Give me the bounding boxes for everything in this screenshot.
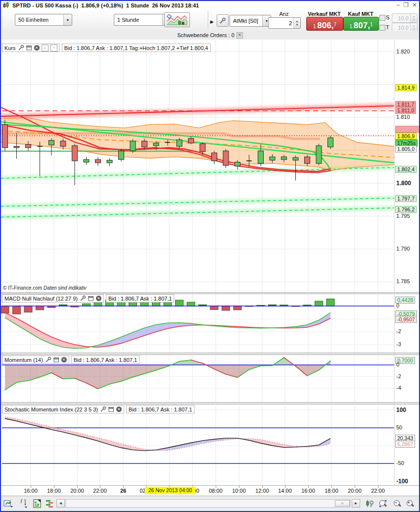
zoom-fit-icon[interactable] xyxy=(377,499,388,509)
target-label: T xyxy=(386,24,389,30)
sell-price-prefix: 1. xyxy=(313,23,317,30)
kurs-panel-title: Kurs xyxy=(4,45,16,51)
close-icon[interactable]: ✕ xyxy=(116,407,122,412)
buy-price: 807, xyxy=(354,21,370,30)
export-chart-icon[interactable] xyxy=(3,499,14,509)
scrollbar-thumb[interactable]: ≡ xyxy=(335,500,350,507)
buy-market-button[interactable]: 1.807,1 xyxy=(343,17,379,31)
axis-tick-label: 0 xyxy=(396,303,399,308)
order-type-value: AtMkt [S0] xyxy=(230,18,262,24)
sell-price: 806, xyxy=(317,21,333,30)
stoch-bid-ask: Bid : 1.806,7 Ask : 1.807,1 xyxy=(129,407,192,412)
macd-bar xyxy=(222,306,230,310)
candle-up xyxy=(153,143,159,146)
candle-up xyxy=(107,160,112,162)
candle-down xyxy=(305,157,310,163)
close-icon[interactable]: ✕ xyxy=(61,357,67,362)
qty-value: 2 xyxy=(269,20,293,26)
candle-up xyxy=(130,141,136,151)
copyright-text: © IT-Finance.com Daten sind indikativ xyxy=(3,285,87,291)
candle-down xyxy=(188,139,194,143)
candle-down xyxy=(26,145,31,148)
axis-tick-label: 100 xyxy=(396,407,406,413)
wrench-icon[interactable] xyxy=(80,295,86,302)
orderbook-icon[interactable] xyxy=(45,499,55,509)
wrench-icon[interactable] xyxy=(100,406,106,412)
chart-canvas[interactable] xyxy=(1,40,419,495)
minimize-icon[interactable]: – xyxy=(396,1,400,8)
pending-orders-bar: Schwebende Orders : 0 ✕ xyxy=(1,31,419,40)
stop-checkbox[interactable] xyxy=(379,15,385,21)
units-select-value: 50 Einheiten xyxy=(15,17,63,23)
units-select[interactable]: 50 Einheiten ▼ xyxy=(15,14,72,26)
chevron-down-icon[interactable]: ▼ xyxy=(63,14,72,25)
zoom-out-icon[interactable]: − xyxy=(392,499,403,509)
maximize-icon[interactable]: ❐ xyxy=(403,1,409,8)
axis-tick-label: 0 xyxy=(396,361,399,367)
time-axis: 16:0018:0020:0022:002602:0004:0006:0008:… xyxy=(1,485,419,496)
sell-arrow-icon[interactable]: ↓ xyxy=(42,45,48,51)
momentum-bid-ask: Bid : 1.806,7 Ask : 1.807,1 xyxy=(74,357,137,363)
scroll-right-button[interactable]: ► xyxy=(352,499,360,508)
macd-bar xyxy=(83,304,91,306)
macd-bar xyxy=(13,306,21,314)
sell-market-button[interactable]: 1.806,7 xyxy=(306,17,343,31)
target-checkbox[interactable] xyxy=(379,25,385,31)
panel-separator[interactable] xyxy=(1,402,419,405)
report-icon[interactable] xyxy=(32,499,43,509)
close-icon[interactable]: ✕ xyxy=(236,32,243,39)
timeframe-select-value: 1 Stunde xyxy=(114,17,162,23)
macd-bar xyxy=(24,306,32,312)
chart-scrollbar[interactable]: ≡ xyxy=(65,499,350,508)
title-instrument: SPTRD - US 500 Kassa (-) xyxy=(12,2,78,8)
candle-up xyxy=(177,140,182,146)
kurs-bid-ask: Bid : 1.806,7 Ask : 1.807,1 Tag:+Hoch 1.… xyxy=(64,45,208,51)
stop-label: S xyxy=(386,14,389,20)
chart-settings-icon[interactable] xyxy=(365,499,375,509)
candle-up xyxy=(293,157,298,160)
title-timeframe: 1 Stunde xyxy=(126,2,149,8)
candle-down xyxy=(14,147,19,148)
detach-window-icon[interactable] xyxy=(53,357,59,363)
axis-tick-label: -3 xyxy=(396,341,401,347)
axis-value-badge: 1.797,7 xyxy=(395,195,417,202)
detach-window-icon[interactable] xyxy=(26,45,32,51)
panel-expand-icon[interactable]: ▶ xyxy=(210,19,214,24)
candle-down xyxy=(2,125,8,148)
detach-window-icon[interactable] xyxy=(88,296,94,302)
macd-bar xyxy=(36,306,44,310)
spin-down-icon[interactable]: ▼ xyxy=(296,23,299,27)
wrench-icon[interactable] xyxy=(18,45,24,51)
buy-arrow-icon[interactable]: ↑ xyxy=(50,45,57,51)
time-axis-label: 10:00 xyxy=(232,488,246,494)
title-bar[interactable]: SPTRD - US 500 Kassa (-) 1.806,9 (+0,18%… xyxy=(1,1,419,9)
timeframe-select[interactable]: 1 Stunde ▼ xyxy=(114,14,171,26)
qty-label: Anz xyxy=(268,11,300,17)
scroll-left-button[interactable]: ◄ xyxy=(56,499,65,508)
zoom-in-icon[interactable]: + xyxy=(405,499,416,509)
macd-bar xyxy=(187,302,195,306)
wrench-icon[interactable] xyxy=(45,357,51,363)
qty-stepper[interactable]: 2 ▲▼ xyxy=(268,17,301,29)
close-icon[interactable]: ✕ xyxy=(96,296,101,301)
time-axis-label: 18:00 xyxy=(325,488,338,494)
axis-tick-label: -4 xyxy=(396,385,401,391)
candle-up xyxy=(49,141,54,145)
macd-panel-title: MACD Null Nachlauf (12 27 9) xyxy=(4,296,78,302)
title-datetime: 26 Nov 2013 18:41 xyxy=(152,2,199,8)
momentum-panel-title: Momentum (14) xyxy=(4,357,43,363)
close-icon[interactable]: ✕ xyxy=(412,1,417,8)
detach-window-icon[interactable] xyxy=(108,407,114,412)
chart-style-button[interactable] xyxy=(164,12,190,27)
axis-tick-label: -100 xyxy=(396,478,408,485)
order-settings-button[interactable] xyxy=(217,14,229,27)
anchor-link-icon[interactable] xyxy=(18,499,29,509)
axis-tick-label: 1.795 xyxy=(396,213,410,219)
close-icon[interactable]: ✕ xyxy=(34,45,40,51)
trading-window: SPTRD - US 500 Kassa (-) 1.806,9 (+0,18%… xyxy=(0,0,420,512)
spin-up-icon[interactable]: ▲ xyxy=(296,20,299,23)
order-type-select[interactable]: AtMkt [S0] ▼ xyxy=(230,15,271,27)
stop-stepper[interactable]: 10.0 ▲▼ xyxy=(392,13,418,23)
panel-separator[interactable] xyxy=(1,353,419,355)
candle-down xyxy=(223,151,229,165)
